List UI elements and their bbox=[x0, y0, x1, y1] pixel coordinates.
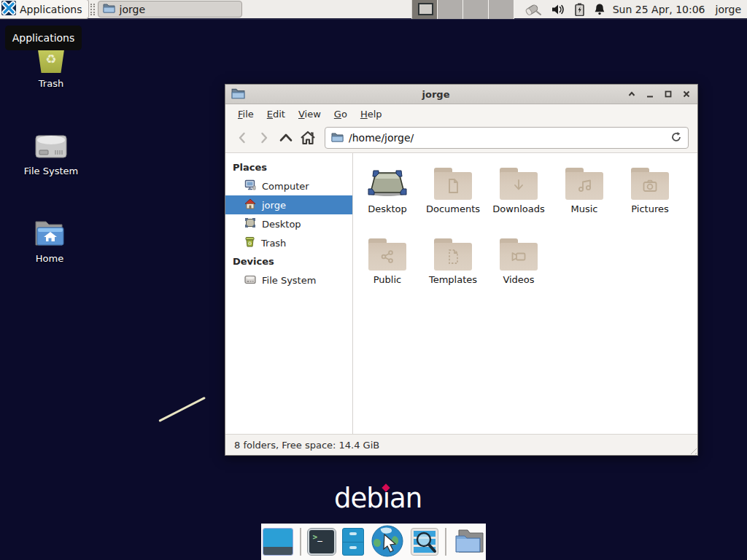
panel-user-label[interactable]: jorge bbox=[716, 4, 741, 15]
taskbar-window-label: jorge bbox=[120, 4, 145, 15]
music-folder-icon bbox=[565, 168, 604, 200]
terminal-launcher[interactable]: >_ bbox=[308, 529, 336, 555]
file-label: Documents bbox=[420, 203, 486, 214]
show-desktop-button[interactable] bbox=[263, 528, 293, 556]
path-input[interactable]: /home/jorge/ bbox=[349, 132, 665, 144]
close-button[interactable] bbox=[681, 89, 692, 99]
home-button[interactable] bbox=[297, 128, 319, 148]
sidebar-item-label: Computer bbox=[262, 181, 309, 192]
resize-grip[interactable] bbox=[688, 446, 697, 454]
workspace-3[interactable] bbox=[463, 0, 489, 19]
panel-handle[interactable] bbox=[90, 4, 95, 15]
top-panel: Applications jorge bbox=[0, 0, 747, 20]
application-finder-launcher[interactable] bbox=[411, 528, 438, 556]
reload-icon[interactable] bbox=[670, 131, 682, 145]
debian-logo: debıan bbox=[334, 483, 422, 514]
desktop-folder-icon bbox=[368, 168, 407, 200]
desktop-icon-label: Home bbox=[13, 253, 86, 264]
globe-icon bbox=[371, 524, 404, 560]
menu-view[interactable]: View bbox=[292, 106, 328, 122]
back-button[interactable] bbox=[231, 128, 253, 148]
maximize-button[interactable] bbox=[663, 89, 673, 99]
desktop-icon-label: Trash bbox=[15, 78, 88, 89]
window-controls bbox=[627, 89, 692, 99]
computer-icon bbox=[244, 179, 256, 192]
file-downloads[interactable]: Downloads bbox=[486, 163, 551, 234]
documents-folder-icon bbox=[433, 168, 473, 200]
file-templates[interactable]: Templates bbox=[420, 234, 486, 305]
application-finder-icon bbox=[411, 528, 438, 556]
debian-logo-i: ı bbox=[383, 483, 390, 514]
menu-help[interactable]: Help bbox=[354, 106, 389, 122]
sidebar-item-desktop[interactable]: Desktop bbox=[225, 214, 352, 233]
desktop-icon-file-system[interactable]: File System bbox=[15, 125, 88, 176]
directory-menu-launcher[interactable] bbox=[453, 527, 485, 557]
file-videos[interactable]: Videos bbox=[486, 234, 551, 305]
sidebar-header-devices: Devices bbox=[225, 252, 352, 271]
workspace-window-thumbnail bbox=[418, 3, 433, 15]
file-cabinet-icon bbox=[342, 528, 364, 556]
downloads-folder-icon bbox=[499, 168, 538, 200]
mouse-tray-icon[interactable] bbox=[525, 3, 542, 16]
file-documents[interactable]: Documents bbox=[420, 163, 486, 234]
file-label: Music bbox=[551, 203, 617, 214]
sidebar-item-file-system[interactable]: File System bbox=[225, 271, 352, 289]
file-music[interactable]: Music bbox=[551, 163, 617, 234]
file-label: Downloads bbox=[486, 203, 551, 214]
applications-tooltip: Applications bbox=[5, 26, 82, 50]
window-title: jorge bbox=[245, 89, 627, 100]
shade-button[interactable] bbox=[627, 89, 637, 99]
up-button[interactable] bbox=[275, 128, 297, 148]
videos-folder-icon bbox=[499, 238, 538, 271]
hard-drive-icon bbox=[15, 125, 88, 160]
status-bar: 8 folders, Free space: 14.4 GiB bbox=[225, 434, 697, 455]
web-browser-launcher[interactable] bbox=[371, 524, 404, 560]
window-titlebar[interactable]: jorge bbox=[225, 85, 697, 104]
file-pictures[interactable]: Pictures bbox=[617, 163, 683, 234]
workspace-4[interactable] bbox=[489, 0, 514, 19]
battery-icon[interactable] bbox=[575, 3, 584, 16]
home-icon bbox=[244, 198, 256, 211]
sidebar-item-computer[interactable]: Computer bbox=[225, 176, 352, 195]
file-label: Pictures bbox=[617, 203, 683, 214]
menu-edit[interactable]: Edit bbox=[260, 106, 292, 122]
trash-icon-small: ♻ bbox=[244, 236, 255, 249]
menu-file[interactable]: File bbox=[231, 106, 260, 122]
file-pane[interactable]: Desktop Documents Downloads bbox=[353, 153, 697, 434]
sidebar-item-label: jorge bbox=[262, 200, 286, 211]
taskbar-window-button[interactable]: jorge bbox=[98, 1, 242, 18]
workspace-1[interactable] bbox=[412, 0, 438, 19]
sidebar: Places Computer bbox=[225, 153, 353, 434]
minimize-button[interactable] bbox=[645, 89, 655, 99]
sidebar-item-trash[interactable]: ♻ Trash bbox=[225, 233, 352, 252]
templates-folder-icon bbox=[433, 238, 473, 271]
desktop-icon-label: File System bbox=[15, 166, 88, 176]
applications-menu-icon bbox=[1, 1, 16, 18]
file-public[interactable]: Public bbox=[355, 234, 420, 305]
file-label: Videos bbox=[486, 274, 551, 285]
desktop-icon bbox=[244, 217, 256, 230]
path-bar[interactable]: /home/jorge/ bbox=[325, 127, 689, 149]
file-manager-launcher[interactable] bbox=[342, 528, 364, 556]
directory-folder-icon bbox=[453, 527, 485, 557]
debian-logo-text: deb bbox=[334, 483, 383, 514]
file-desktop[interactable]: Desktop bbox=[355, 163, 420, 234]
forward-button[interactable] bbox=[253, 128, 275, 148]
applications-menu-button[interactable]: Applications bbox=[0, 0, 89, 19]
svg-text:♻: ♻ bbox=[248, 241, 252, 246]
toolbar: /home/jorge/ bbox=[225, 123, 697, 153]
folder-icon bbox=[103, 3, 115, 15]
workspace-2[interactable] bbox=[438, 0, 463, 19]
drive-icon bbox=[244, 274, 256, 287]
file-label: Desktop bbox=[355, 203, 420, 214]
terminal-icon: >_ bbox=[308, 529, 336, 555]
file-label: Templates bbox=[420, 274, 486, 285]
menu-go[interactable]: Go bbox=[328, 106, 354, 122]
system-tray bbox=[525, 3, 605, 16]
sidebar-item-jorge[interactable]: jorge bbox=[225, 195, 352, 214]
panel-clock[interactable]: Sun 25 Apr, 10:06 bbox=[613, 4, 705, 15]
desktop-icon-home[interactable]: Home bbox=[13, 213, 86, 264]
volume-icon[interactable] bbox=[551, 4, 565, 15]
window-body: Places Computer bbox=[225, 153, 697, 434]
notifications-bell-icon[interactable] bbox=[594, 3, 605, 15]
